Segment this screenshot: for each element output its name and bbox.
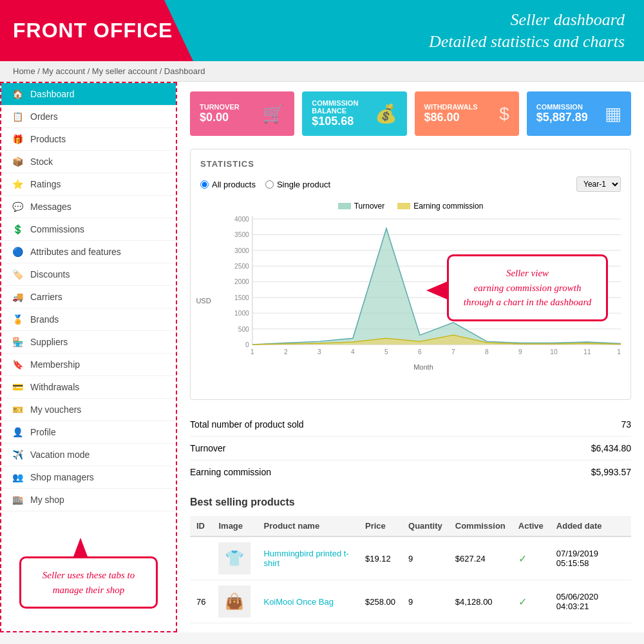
sidebar-label-carriers: Carriers [30,292,62,302]
statistics-controls: All products Single product Year-1 Year-… [200,176,621,192]
sidebar-item-dashboard[interactable]: 🏠Dashboard [1,83,176,106]
header-subtitle: Seller dashboard Detailed statistics and… [429,9,625,53]
sidebar-item-discounts[interactable]: 🏷️Discounts [1,263,176,286]
sidebar-icon-orders: 📋 [11,111,24,122]
sidebar-item-ratings[interactable]: ⭐Ratings [1,173,176,196]
sidebar-item-suppliers[interactable]: 🏪Suppliers [1,331,176,354]
stat-card-commission: Commission $5,887.89 ▦ [527,91,631,136]
table-col-price: Price [359,516,402,536]
sidebar-icon-suppliers: 🏪 [11,337,24,347]
sidebar-label-stock: Stock [30,156,53,167]
cell-id [190,536,212,580]
breadcrumb-home[interactable]: Home [13,66,35,76]
stat-card-turnover: Turnover $0.00 🛒 [190,91,294,136]
sidebar-item-brands[interactable]: 🏅Brands [1,308,176,331]
sidebar-icon-commissions: 💲 [11,224,24,234]
sidebar-item-carriers[interactable]: 🚚Carriers [1,286,176,308]
svg-text:5: 5 [384,348,388,355]
sidebar-label-attributes: Attributes and features [30,247,121,257]
cell-active: ✓ [512,580,550,623]
sidebar-item-profile[interactable]: 👤Profile [1,421,176,444]
sidebar-callout: Seller uses these tabs to manage their s… [19,556,158,609]
svg-text:7: 7 [451,348,455,355]
product-link[interactable]: Hummingbird printed t-shirt [263,549,348,568]
sidebar-label-withdrawals: Withdrawals [30,382,79,392]
sidebar-icon-my_shop: 🏬 [11,495,24,505]
summary-row: Earning commission$5,993.57 [190,460,631,484]
stat-card-label-withdrawals: Withdrawals [424,103,478,111]
sidebar-item-my_shop[interactable]: 🏬My shop [1,489,176,511]
stat-card-icon-commission: ▦ [605,103,621,124]
svg-text:11: 11 [583,348,591,355]
cell-image: 👜 [212,580,257,623]
chart-x-label: Month [226,363,621,371]
sidebar-item-stock[interactable]: 📦Stock [1,151,176,173]
page-header: FRONT OFFICE Seller dashboard Detailed s… [0,0,644,61]
stat-card-value-commission: $5,887.89 [536,111,588,124]
sidebar-icon-discounts: 🏷️ [11,269,24,279]
sidebar-item-vouchers[interactable]: 🎫My vouchers [1,399,176,421]
sidebar-label-products: Products [30,134,66,144]
stat-card-label-commission: Commission [536,103,588,111]
summary-row: Total number of product sold73 [190,413,631,437]
product-filter: All products Single product [200,180,330,189]
sidebar-item-commissions[interactable]: 💲Commissions [1,218,176,241]
sidebar-item-messages[interactable]: 💬Messages [1,196,176,218]
svg-text:6: 6 [418,348,422,355]
sidebar-label-my_shop: My shop [30,495,64,505]
active-icon: ✓ [518,553,527,564]
cell-quantity: 9 [402,580,449,623]
sidebar-label-discounts: Discounts [30,269,70,279]
cell-name: Hummingbird printed t-shirt [257,536,359,580]
sidebar-label-vouchers: My vouchers [30,404,81,415]
year-select[interactable]: Year-1 Year-2 [576,176,621,192]
sidebar-label-shop_managers: Shop managers [30,472,94,482]
cell-active: ✓ [512,536,550,580]
summary-label: Total number of product sold [190,419,304,430]
sidebar: 🏠Dashboard📋Orders🎁Products📦Stock⭐Ratings… [0,82,177,632]
stat-card-icon-commission_balance: 💰 [375,103,397,124]
legend-turnover: Turnover [338,202,385,211]
products-table: IDImageProduct namePriceQuantityCommissi… [190,516,631,623]
summary-section: Total number of product sold73Turnover$6… [190,413,631,484]
stat-card-label-turnover: Turnover [200,103,240,111]
sidebar-item-attributes[interactable]: 🔵Attributes and features [1,241,176,263]
sidebar-item-membership[interactable]: 🔖Membership [1,354,176,376]
sidebar-item-shop_managers[interactable]: 👥Shop managers [1,466,176,489]
svg-text:8: 8 [485,348,489,355]
table-col-quantity: Quantity [402,516,449,536]
summary-label: Earning commission [190,467,271,477]
sidebar-item-withdrawals[interactable]: 💳Withdrawals [1,376,176,399]
legend-commission: Earning commission [397,202,483,211]
sidebar-item-vacation[interactable]: ✈️Vacation mode [1,444,176,466]
cell-commission: $4,128.00 [449,580,512,623]
summary-row: Turnover$6,434.80 [190,437,631,460]
sidebar-item-products[interactable]: 🎁Products [1,128,176,151]
active-icon: ✓ [518,596,527,607]
svg-text:500: 500 [238,326,249,333]
single-product-radio[interactable]: Single product [265,180,330,189]
table-row: 👕 Hummingbird printed t-shirt $19.12 9 $… [190,536,631,580]
breadcrumb-account[interactable]: My account [43,66,85,76]
sidebar-item-orders[interactable]: 📋Orders [1,106,176,128]
stat-card-value-commission_balance: $105.68 [312,115,374,128]
sidebar-icon-stock: 📦 [11,156,24,167]
cell-date: 05/06/2020 04:03:21 [550,580,631,623]
chart-legend: Turnover Earning commission [200,202,621,211]
svg-text:3500: 3500 [234,231,249,238]
sidebar-icon-products: 🎁 [11,134,24,144]
breadcrumb-seller-account[interactable]: My seller account [92,66,157,76]
svg-text:3: 3 [317,348,321,355]
all-products-radio[interactable]: All products [200,180,256,189]
product-link[interactable]: KoiMooi Once Bag [263,597,333,607]
statistics-section: STATISTICS All products Single product Y… [190,149,631,400]
cell-image: 👕 [212,536,257,580]
sidebar-label-profile: Profile [30,427,56,437]
stat-card-icon-turnover: 🛒 [262,103,285,124]
svg-text:0: 0 [245,341,249,348]
svg-text:2000: 2000 [234,279,249,286]
table-col-id: ID [190,516,212,536]
sidebar-label-commissions: Commissions [30,224,84,234]
sidebar-icon-dashboard: 🏠 [11,89,24,99]
svg-text:1: 1 [251,348,254,355]
